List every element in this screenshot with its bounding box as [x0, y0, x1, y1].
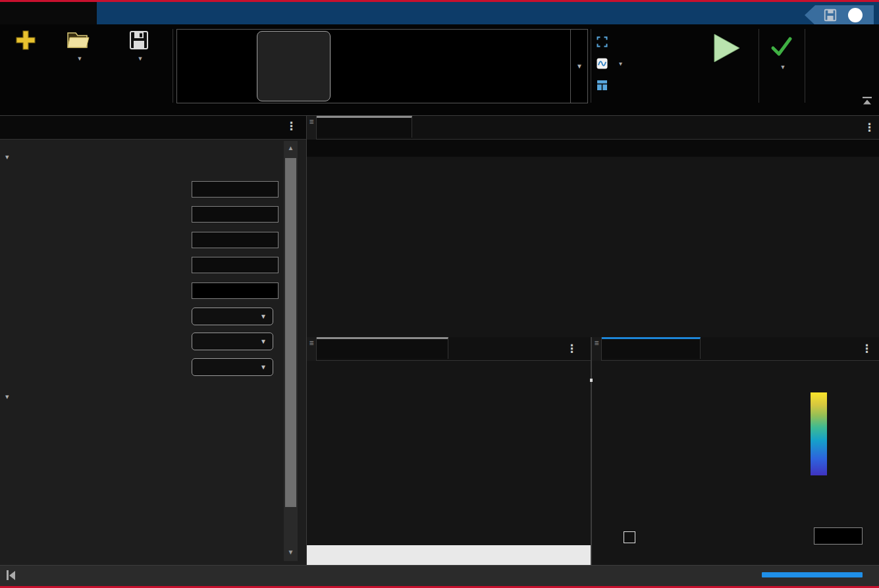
- sweep-bandwidth-input[interactable]: [192, 282, 279, 299]
- open-folder-icon: [66, 29, 91, 51]
- gallery-item-nonlinear-fm[interactable]: [487, 32, 564, 101]
- impairments-button[interactable]: [597, 36, 614, 47]
- save-floppy-icon: [128, 29, 150, 51]
- sweep-interval-select[interactable]: ▼: [192, 333, 273, 350]
- scrollbar-thumb[interactable]: [285, 158, 296, 507]
- export-button[interactable]: ▼: [759, 36, 805, 70]
- generate-button[interactable]: [702, 33, 749, 67]
- spectrum-analyzer-menu-icon[interactable]: ⋮: [566, 344, 577, 354]
- ribbon-separator: [805, 29, 805, 103]
- tab-generator[interactable]: [0, 2, 97, 24]
- visualize-dropdown-icon[interactable]: ▾: [619, 60, 622, 67]
- spectrum-analyzer-plot: [360, 372, 585, 502]
- chevron-down-icon: ▼: [260, 363, 267, 371]
- gallery-item-phase-coded[interactable]: [410, 32, 486, 101]
- toolstrip-tab-bar: [0, 2, 879, 24]
- gallery-item-rectangular[interactable]: [336, 32, 408, 101]
- legend-line-real: [319, 147, 338, 149]
- sample-rate-input[interactable]: [192, 181, 279, 198]
- scroll-up-icon[interactable]: ▲: [284, 142, 298, 154]
- section-collapse-icon[interactable]: ▾: [5, 153, 9, 161]
- chevron-down-icon: ▼: [260, 338, 267, 345]
- app-window: ▼ ▼ ▼: [0, 0, 879, 588]
- chevron-down-icon: ▼: [260, 313, 267, 320]
- default-layout-button[interactable]: [597, 80, 614, 91]
- reassigned-checkbox[interactable]: [624, 531, 635, 543]
- waveform-panel-menu-icon[interactable]: ⋮: [286, 121, 297, 132]
- time-scope-tab[interactable]: [317, 116, 412, 138]
- new-session-button[interactable]: [5, 29, 46, 53]
- num-pulses-input[interactable]: [192, 232, 279, 248]
- default-layout-icon: [597, 80, 608, 91]
- tab-transmitter[interactable]: [97, 2, 205, 24]
- gallery-item-fmcw[interactable]: [183, 32, 252, 101]
- legend-line-imag: [429, 147, 449, 149]
- time-scope-grip-icon[interactable]: ≡: [307, 116, 317, 140]
- prf-input[interactable]: [192, 206, 279, 223]
- time-scope-menu-icon[interactable]: ⋮: [864, 122, 875, 133]
- gallery-item-linear-fm[interactable]: [257, 31, 331, 101]
- left-panel-scrollbar[interactable]: ▲ ▼: [284, 141, 298, 561]
- gallery-expand-button[interactable]: ▼: [570, 30, 588, 103]
- collapse-ribbon-icon[interactable]: [861, 97, 873, 105]
- waveform-panel-header: [0, 116, 306, 140]
- generate-play-icon: [710, 33, 741, 63]
- envelope-select[interactable]: ▼: [192, 358, 273, 376]
- open-session-dropdown-icon[interactable]: ▼: [77, 55, 83, 62]
- left-bottom-bar: [0, 565, 306, 586]
- scroll-down-icon[interactable]: ▼: [284, 547, 298, 558]
- time-scope-plot: [331, 169, 865, 300]
- spectrogram-colorbar: [811, 392, 827, 475]
- visualize-icon: [597, 58, 608, 69]
- collapse-left-panel-button[interactable]: [7, 570, 15, 580]
- collapse-left-icon: [9, 571, 15, 580]
- ribbon-separator: [173, 29, 173, 103]
- panel-divider[interactable]: [591, 337, 592, 565]
- time-scope-legend: [307, 140, 879, 157]
- save-session-button[interactable]: ▼: [111, 29, 167, 63]
- sweep-direction-select[interactable]: ▼: [192, 307, 273, 325]
- divider-handle[interactable]: [590, 379, 593, 382]
- visualize-button[interactable]: ▾: [597, 58, 622, 69]
- pulse-width-input[interactable]: [192, 257, 279, 273]
- spectrogram-grip-icon[interactable]: ≡: [592, 337, 602, 361]
- section-collapse-icon[interactable]: ▾: [5, 392, 9, 401]
- new-plus-icon: [14, 29, 37, 51]
- export-dropdown-icon[interactable]: ▼: [780, 64, 786, 70]
- export-check-icon: [770, 36, 793, 58]
- collapse-left-icon: [7, 570, 9, 580]
- help-button[interactable]: [848, 8, 863, 22]
- save-session-dropdown-icon[interactable]: ▼: [138, 55, 144, 62]
- spectrum-analyzer-status-bar: [307, 545, 591, 565]
- threshold-input[interactable]: [814, 527, 863, 545]
- progress-bar: [762, 572, 863, 577]
- spectrogram-image: [655, 391, 800, 476]
- quick-access-toolbar: [805, 5, 874, 25]
- open-session-button[interactable]: ▼: [50, 29, 107, 63]
- spectrum-analyzer-tab[interactable]: [317, 337, 448, 359]
- spectrogram-menu-icon[interactable]: ⋮: [861, 344, 872, 354]
- save-icon[interactable]: [823, 8, 838, 22]
- spectrogram-tab[interactable]: [602, 337, 701, 359]
- spectrum-analyzer-grip-icon[interactable]: ≡: [307, 337, 317, 361]
- ribbon-separator: [591, 29, 591, 103]
- impairments-icon: [597, 36, 608, 47]
